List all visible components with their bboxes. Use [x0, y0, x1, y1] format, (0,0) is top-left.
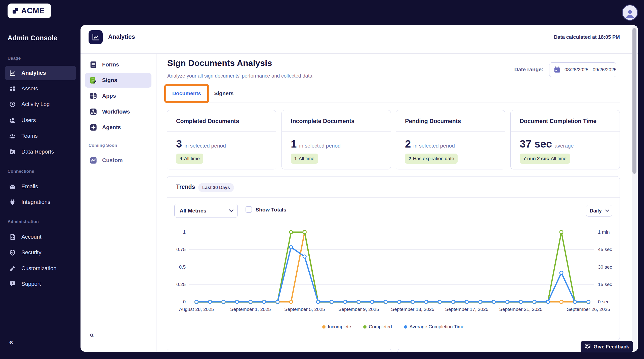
person-icon [625, 9, 635, 19]
subnav-item-label: Signs [102, 77, 117, 84]
svg-text:0.75: 0.75 [176, 247, 186, 252]
subnav-item-label: Agents [102, 124, 121, 131]
subnav-item-custom[interactable]: Custom [85, 153, 151, 168]
card-value-suffix: in selected period [413, 143, 455, 149]
scrollbar-thumb[interactable] [632, 28, 636, 174]
stat-card-incomplete-documents: Incomplete Documents 1in selected period… [281, 110, 391, 169]
svg-text:September 1, 2025: September 1, 2025 [230, 307, 271, 312]
subnav-item-workflows[interactable]: Workflows [85, 104, 151, 119]
sidebar-item-label: Integrations [21, 199, 50, 205]
stat-card-completion-time: Document Completion Time 37 secaverage 7… [510, 110, 620, 169]
chart-line-icon [92, 33, 100, 41]
legend-item-avg-completion-time: Average Completion Time [404, 324, 464, 330]
shapes-icon [9, 85, 16, 92]
sidebar-item-activity-log[interactable]: Activity Log [5, 97, 76, 112]
give-feedback-button[interactable]: Give Feedback [581, 341, 633, 352]
sidebar-item-security[interactable]: Security [5, 245, 76, 260]
folder-search-icon [9, 149, 16, 155]
card-divider [167, 131, 276, 132]
user-avatar[interactable] [622, 5, 638, 21]
subnav-item-agents[interactable]: Agents [85, 120, 151, 135]
svg-text:1 min: 1 min [598, 229, 610, 235]
sidebar-item-customization[interactable]: Customization [5, 261, 76, 276]
card-value-suffix: in selected period [299, 143, 341, 149]
subnav-collapse-chevron[interactable]: « [90, 330, 94, 339]
interval-select[interactable]: Daily [586, 205, 612, 217]
period-pill: Last 30 Days [198, 183, 234, 192]
coming-soon-label: Coming Soon [89, 143, 117, 148]
sidebar-item-assets[interactable]: Assets [5, 81, 76, 96]
chevron-down-icon [229, 209, 233, 212]
panel-title: Analytics [108, 33, 135, 40]
subnav-item-label: Workflows [102, 109, 130, 115]
sidebar-item-account[interactable]: Account [5, 230, 76, 244]
sidebar-item-label: Data Reports [21, 149, 54, 155]
sidebar-item-label: Users [21, 117, 36, 124]
user-icon [9, 117, 16, 124]
sidebar-item-integrations[interactable]: Integrations [5, 195, 76, 209]
acme-logo[interactable]: ACME [8, 4, 51, 18]
svg-text:30 sec: 30 sec [598, 264, 612, 270]
envelope-icon [9, 183, 16, 190]
tabs-divider [167, 102, 620, 102]
data-calculated-status: Data calculated at 18:05 PM [554, 34, 620, 40]
expiration-badge: 2Has expiration date [405, 154, 458, 164]
brush-icon [9, 265, 16, 272]
shield-check-icon [9, 249, 16, 256]
show-totals-label: Show Totals [256, 207, 286, 213]
sidebar-item-label: Analytics [21, 70, 46, 76]
sidebar-item-label: Account [21, 234, 42, 240]
trends-divider [167, 197, 620, 198]
svg-text:August 28, 2025: August 28, 2025 [179, 307, 214, 312]
card-title: Document Completion Time [520, 118, 596, 125]
show-totals-checkbox[interactable] [246, 206, 252, 213]
date-range-input[interactable]: 08/28/2025 - 09/26/2025 [549, 62, 616, 77]
sidebar-item-data-reports[interactable]: Data Reports [5, 145, 76, 159]
calendar-icon [553, 66, 561, 74]
chart-legend: Incomplete Completed Average Completion … [167, 324, 620, 330]
card-value: 2 [405, 138, 411, 150]
trends-line-chart: 00.250.50.7510 sec15 sec30 sec45 sec1 mi… [167, 227, 620, 317]
page-subtitle: Analyze your all sign documents' perform… [167, 73, 312, 79]
analytics-header-tile [89, 30, 103, 44]
sidebar-item-label: Teams [21, 133, 38, 139]
card-value: 3 [176, 138, 182, 150]
document-lines-icon [89, 60, 98, 69]
svg-text:September 21, 2025: September 21, 2025 [499, 307, 542, 312]
tab-documents[interactable]: Documents [164, 90, 209, 96]
legend-item-completed: Completed [363, 324, 392, 330]
card-divider [282, 131, 391, 132]
card-value-suffix: average [554, 143, 574, 149]
sidebar-item-label: Activity Log [21, 101, 50, 107]
sidebar-item-users[interactable]: Users [5, 113, 76, 128]
section-label-administration: Administration [8, 219, 39, 224]
subnav-item-forms[interactable]: Forms [85, 57, 151, 72]
sidebar-item-support[interactable]: ? Support [5, 277, 76, 291]
subnav-item-signs[interactable]: Signs [85, 73, 151, 88]
sparkle-icon [89, 123, 98, 132]
sidebar-item-label: Assets [21, 85, 38, 92]
tab-signers[interactable]: Signers [214, 90, 234, 96]
svg-text:?: ? [12, 281, 13, 285]
section-label-usage: Usage [8, 56, 21, 61]
chat-question-icon: ? [9, 281, 16, 288]
sidebar-item-teams[interactable]: Teams [5, 129, 76, 143]
chat-pencil-icon [584, 343, 591, 350]
card-divider [396, 131, 505, 132]
all-time-badge: 4All time [176, 154, 203, 164]
workflow-icon [89, 107, 98, 116]
stat-card-pending-documents: Pending Documents 2in selected period 2H… [396, 110, 505, 169]
date-range-label: Date range: [514, 66, 543, 73]
card-value-suffix: in selected period [184, 143, 226, 149]
sidebar-collapse-chevron[interactable]: « [9, 337, 13, 346]
trends-card: Trends Last 30 Days All Metrics Show Tot… [167, 176, 620, 340]
clock-icon [9, 101, 16, 108]
sidebar-item-label: Support [21, 281, 41, 287]
metrics-select[interactable]: All Metrics [174, 204, 238, 218]
sidebar-item-emails[interactable]: Emails [5, 179, 76, 194]
subnav-item-apps[interactable]: Apps [85, 89, 151, 103]
svg-text:September 5, 2025: September 5, 2025 [284, 307, 325, 312]
card-title: Pending Documents [405, 118, 461, 125]
sidebar-item-analytics[interactable]: Analytics [5, 66, 76, 80]
plug-icon [9, 199, 16, 206]
